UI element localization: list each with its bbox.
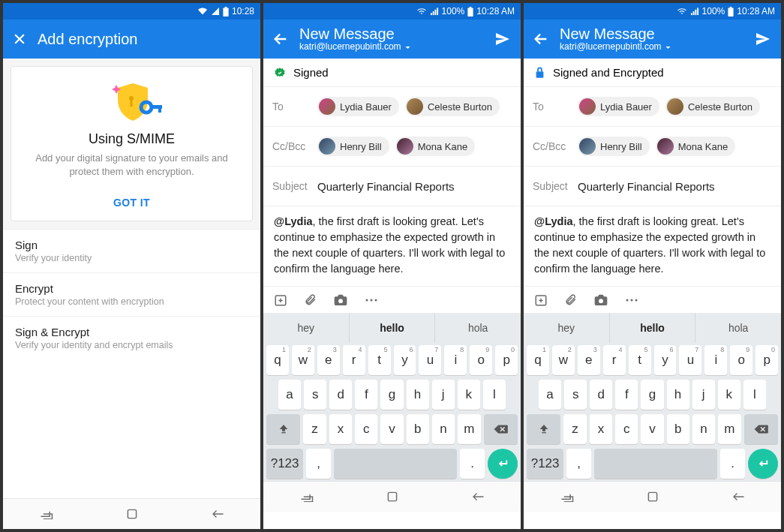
letter-key[interactable]: m [718, 414, 740, 444]
letter-key[interactable]: n [432, 414, 455, 444]
option-encrypt[interactable]: Encrypt Protect your content with encryp… [3, 272, 260, 316]
shift-key[interactable] [266, 414, 300, 444]
suggestion[interactable]: hello [610, 313, 696, 343]
letter-key[interactable]: e3 [578, 345, 600, 375]
comma-key[interactable]: , [306, 449, 331, 479]
to-row[interactable]: To Lydia Bauer Celeste Burton [263, 87, 521, 127]
recipient-chip[interactable]: Mona Kane [656, 137, 736, 156]
enter-key[interactable] [748, 449, 778, 479]
symbols-key[interactable]: ?123 [527, 449, 563, 479]
letter-key[interactable]: i8 [704, 345, 727, 375]
to-row[interactable]: To Lydia Bauer Celeste Burton [524, 87, 781, 127]
letter-key[interactable]: r4 [603, 345, 626, 375]
close-icon[interactable] [12, 32, 27, 47]
letter-key[interactable]: c [615, 414, 638, 444]
letter-key[interactable]: d [329, 380, 352, 410]
letter-key[interactable]: x [590, 414, 612, 444]
recents-icon[interactable] [299, 491, 314, 502]
cc-bcc-row[interactable]: Cc/Bcc Henry Bill Mona Kane [263, 127, 521, 167]
camera-icon[interactable] [593, 293, 608, 306]
letter-key[interactable]: f [615, 380, 638, 410]
suggestion[interactable]: hey [524, 313, 610, 343]
letter-key[interactable]: b [667, 414, 689, 444]
subject-input[interactable]: Quarterly Financial Reports [317, 180, 455, 193]
letter-key[interactable]: q1 [266, 345, 289, 375]
letter-key[interactable]: a [278, 380, 301, 410]
letter-key[interactable]: z [303, 414, 326, 444]
recipient-chip[interactable]: Celeste Burton [405, 97, 500, 116]
back-arrow-icon[interactable] [533, 31, 549, 47]
backspace-key[interactable] [744, 414, 778, 444]
letter-key[interactable]: t5 [368, 345, 391, 375]
add-event-icon[interactable] [534, 293, 548, 307]
more-icon[interactable] [365, 298, 378, 302]
letter-key[interactable]: u7 [679, 345, 701, 375]
recipient-chip[interactable]: Celeste Burton [665, 97, 760, 116]
backspace-key[interactable] [484, 414, 518, 444]
letter-key[interactable]: e3 [317, 345, 340, 375]
letter-key[interactable]: o9 [730, 345, 752, 375]
got-it-button[interactable]: GOT IT [22, 189, 242, 213]
space-key[interactable] [334, 449, 457, 479]
letter-key[interactable]: s [304, 380, 326, 410]
option-sign[interactable]: Sign Verify your identity [3, 229, 260, 272]
home-icon[interactable] [386, 491, 398, 503]
suggestion[interactable]: hello [350, 313, 436, 343]
letter-key[interactable]: y6 [654, 345, 677, 375]
message-body[interactable]: @Lydia, the first draft is looking great… [524, 206, 781, 286]
send-button[interactable] [754, 30, 772, 48]
from-account-dropdown[interactable]: katri@lucernepubintl.com [299, 42, 411, 52]
symbols-key[interactable]: ?123 [266, 449, 303, 479]
letter-key[interactable]: d [590, 380, 612, 410]
back-icon[interactable] [731, 491, 745, 502]
letter-key[interactable]: u7 [419, 345, 441, 375]
letter-key[interactable]: l [483, 380, 506, 410]
letter-key[interactable]: w2 [552, 345, 575, 375]
letter-key[interactable]: j [432, 380, 455, 410]
more-icon[interactable] [625, 298, 638, 302]
recipient-chip[interactable]: Lydia Bauer [317, 97, 399, 116]
recipient-chip[interactable]: Henry Bill [317, 137, 389, 156]
subject-row[interactable]: Subject Quarterly Financial Reports [524, 167, 781, 206]
back-arrow-icon[interactable] [272, 31, 289, 47]
letter-key[interactable]: y6 [394, 345, 416, 375]
suggestion[interactable]: hola [695, 313, 781, 343]
letter-key[interactable]: j [692, 380, 715, 410]
letter-key[interactable]: r4 [343, 345, 365, 375]
letter-key[interactable]: o9 [470, 345, 492, 375]
subject-row[interactable]: Subject Quarterly Financial Reports [263, 167, 521, 206]
letter-key[interactable]: p0 [495, 345, 518, 375]
space-key[interactable] [594, 449, 717, 479]
from-account-dropdown[interactable]: katri@lucernepubintl.com [560, 42, 671, 52]
letter-key[interactable]: b [407, 414, 429, 444]
recipient-chip[interactable]: Henry Bill [578, 137, 650, 156]
letter-key[interactable]: x [329, 414, 352, 444]
camera-icon[interactable] [333, 293, 348, 306]
letter-key[interactable]: n [692, 414, 715, 444]
period-key[interactable]: . [460, 449, 485, 479]
letter-key[interactable]: l [743, 380, 766, 410]
letter-key[interactable]: h [407, 380, 429, 410]
letter-key[interactable]: v [380, 414, 403, 444]
attachment-icon[interactable] [564, 293, 577, 307]
attachment-icon[interactable] [304, 293, 317, 307]
letter-key[interactable]: k [718, 380, 740, 410]
letter-key[interactable]: f [355, 380, 377, 410]
letter-key[interactable]: q1 [527, 345, 549, 375]
home-icon[interactable] [647, 491, 659, 503]
option-sign-and-encrypt[interactable]: Sign & Encrypt Verify your identity and … [3, 316, 260, 359]
back-icon[interactable] [471, 491, 485, 502]
letter-key[interactable]: h [667, 380, 689, 410]
letter-key[interactable]: i8 [444, 345, 467, 375]
recents-icon[interactable] [39, 509, 54, 519]
letter-key[interactable]: g [380, 380, 403, 410]
cc-bcc-row[interactable]: Cc/Bcc Henry Bill Mona Kane [524, 127, 781, 167]
letter-key[interactable]: p0 [755, 345, 778, 375]
letter-key[interactable]: c [355, 414, 377, 444]
recipient-chip[interactable]: Mona Kane [395, 137, 476, 156]
enter-key[interactable] [488, 449, 518, 479]
letter-key[interactable]: a [539, 380, 561, 410]
back-icon[interactable] [211, 509, 224, 519]
message-body[interactable]: @Lydia, the first draft is looking great… [263, 206, 521, 286]
home-icon[interactable] [126, 508, 138, 520]
